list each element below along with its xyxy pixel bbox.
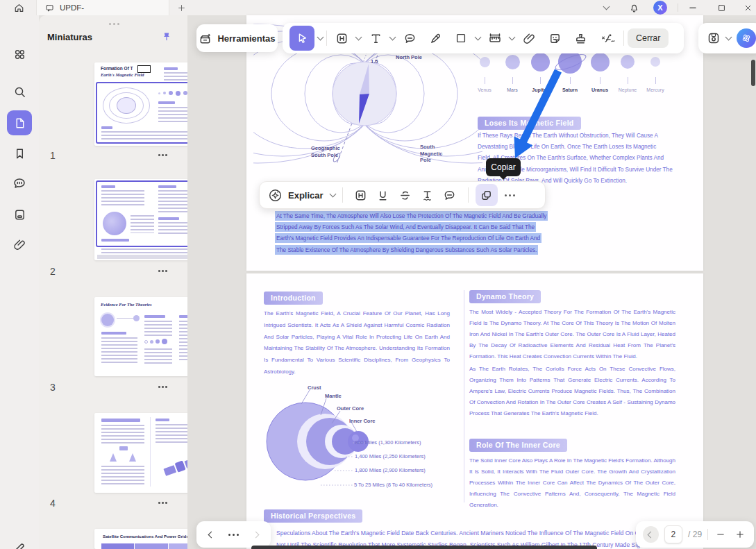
- thumb5-title: Satellite Communications And Power Grids: [103, 534, 188, 539]
- paperclip-button[interactable]: [7, 232, 32, 257]
- zoom-in-button[interactable]: [733, 526, 747, 543]
- more-actions-button[interactable]: [505, 194, 515, 196]
- thumb4-mini-towers: [110, 446, 137, 462]
- home-button[interactable]: [10, 0, 28, 15]
- previous-page-button[interactable]: [643, 526, 659, 543]
- thumb1-menu-button[interactable]: [158, 154, 167, 156]
- highlight-tool-chevron[interactable]: [355, 34, 362, 41]
- herramientas-button[interactable]: Herramientas: [196, 24, 278, 52]
- planet-mercury: Mercury: [641, 49, 669, 92]
- nav-forward-button[interactable]: [252, 531, 259, 538]
- comment-annotation-button[interactable]: [439, 184, 461, 206]
- signature-tool-button[interactable]: [595, 27, 620, 49]
- thumb1-number: 1: [50, 150, 56, 161]
- thumbnails-panel-title: Miniaturas: [47, 32, 92, 42]
- thumb3-mini-sun: [101, 314, 114, 326]
- minimize-button[interactable]: [684, 0, 702, 15]
- tab-document-icon: [45, 3, 54, 12]
- thumbnails-panel-button[interactable]: [7, 110, 32, 135]
- close-button[interactable]: [739, 0, 756, 15]
- strikethrough-annotation-button[interactable]: [394, 184, 417, 206]
- attach-tool-button[interactable]: [518, 27, 540, 49]
- select-tool-button[interactable]: [289, 26, 314, 51]
- bookmarks-button[interactable]: [7, 141, 32, 166]
- measure-tool-button[interactable]: [484, 27, 506, 49]
- highlight-tool-button[interactable]: [330, 27, 353, 49]
- thumb4-mini-badge2: [156, 419, 169, 421]
- selection-toolbar: Explicar: [259, 181, 546, 209]
- panel-drag-handle[interactable]: [109, 23, 119, 25]
- core-label-crust: Crust: [308, 385, 321, 391]
- titlebar: UPDF- X: [0, 0, 756, 16]
- explicar-label[interactable]: Explicar: [288, 190, 324, 201]
- thumb2-mini-earth: [103, 212, 126, 235]
- thumb3-menu-button[interactable]: [158, 386, 167, 388]
- thumb2-mini-lines1: [101, 190, 144, 208]
- vertical-scrollbar-thumb[interactable]: [751, 60, 755, 86]
- nav-more-button[interactable]: [228, 534, 239, 536]
- squiggly-annotation-button[interactable]: [417, 184, 439, 206]
- underline-annotation-button[interactable]: [372, 184, 394, 206]
- selected-text-block[interactable]: At The Same Time, The Atmosphere Will Al…: [275, 210, 525, 256]
- maximize-button[interactable]: [712, 0, 730, 15]
- text-tool-button[interactable]: [364, 27, 387, 49]
- herramientas-label: Herramientas: [217, 33, 275, 44]
- page-total-label: / 29: [688, 530, 702, 539]
- core-measurement-4: 5 To 25 Miles (8 To 40 Kilometers): [354, 482, 432, 488]
- select-tool-chevron[interactable]: [317, 34, 324, 41]
- stamp-tool-button[interactable]: [569, 27, 591, 49]
- historical-line-1[interactable]: Speculations About The Earth's Magnetic …: [276, 527, 685, 539]
- core-label-outer-core: Outer Core: [337, 405, 364, 412]
- annotate-pen-button[interactable]: [7, 536, 32, 549]
- collapse-toolbar-button[interactable]: [597, 0, 615, 15]
- ai-assistant-button[interactable]: [737, 28, 756, 48]
- zoom-out-button[interactable]: [714, 526, 728, 543]
- sticker-tool-button[interactable]: [544, 27, 566, 49]
- thumb5-mini-tabs: [101, 543, 201, 549]
- marker-tool-button[interactable]: [424, 27, 446, 49]
- save-status-icon[interactable]: [707, 31, 721, 45]
- thumb4-menu-button[interactable]: [158, 502, 167, 504]
- thumb2-menu-button[interactable]: [158, 270, 167, 272]
- measure-tool-chevron[interactable]: [509, 34, 516, 41]
- pager-bar: 2 / 29: [636, 521, 754, 548]
- dynamo-body-1[interactable]: The Most Widely - Accepted Theory For Th…: [469, 307, 675, 362]
- south-mag-label: South Magnetic Pole: [420, 144, 451, 164]
- search-button[interactable]: [7, 79, 32, 104]
- notifications-button[interactable]: [625, 0, 643, 15]
- thumb3-mini-lines2: [144, 321, 172, 336]
- south-geo-label: Geographic South Pole: [311, 145, 350, 158]
- explicar-chevron[interactable]: [329, 191, 336, 198]
- apps-grid-button[interactable]: [7, 42, 32, 67]
- thumb4-number: 4: [50, 498, 56, 509]
- pin-panel-button[interactable]: [161, 31, 174, 44]
- explain-ai-icon: [268, 188, 283, 203]
- page-number-input[interactable]: 2: [664, 525, 682, 543]
- introduction-body[interactable]: The Earth's Magnetic Field, A Crucial Fe…: [264, 308, 450, 378]
- thumbnails-panel: Miniaturas Formation Of T Earth's Magnet…: [39, 15, 188, 549]
- text-tool-chevron[interactable]: [389, 34, 396, 41]
- comments-button[interactable]: [7, 171, 32, 196]
- page-nav-bar: [196, 521, 271, 548]
- shape-tool-chevron[interactable]: [475, 34, 482, 41]
- shape-tool-button[interactable]: [450, 27, 472, 49]
- document-tab[interactable]: UPDF-: [36, 0, 169, 15]
- selected-text-line: Stripped Away By Forces Such As The Sola…: [275, 221, 525, 233]
- file-attachments-button[interactable]: [7, 202, 32, 227]
- inner-core-body[interactable]: The Solid Inner Core Also Plays A Role I…: [469, 455, 675, 511]
- highlight-annotation-button[interactable]: [350, 184, 372, 206]
- new-tab-button[interactable]: [172, 0, 190, 15]
- thumb4-mini-lines1: [101, 425, 144, 444]
- nav-back-button[interactable]: [208, 531, 215, 538]
- dynamo-body-2[interactable]: As The Earth Rotates, The Coriolis Force…: [469, 364, 675, 419]
- historical-heading-badge: Historical Perspectives: [264, 509, 362, 523]
- core-measurement-2: 1,400 Miles (2,250 Kilometers): [355, 453, 426, 459]
- avatar[interactable]: X: [653, 1, 667, 15]
- core-measurement-3: 1,800 Miles (2,900 Kilometers): [355, 467, 426, 473]
- copy-button[interactable]: [476, 184, 498, 206]
- cerrar-button[interactable]: Cerrar: [628, 28, 669, 48]
- save-chevron[interactable]: [725, 34, 732, 41]
- comment-tool-button[interactable]: [398, 27, 421, 49]
- thumb2-mini-badge1: [101, 185, 115, 188]
- pdf-page-2: Introduction The Earth's Magnetic Field,…: [246, 273, 703, 549]
